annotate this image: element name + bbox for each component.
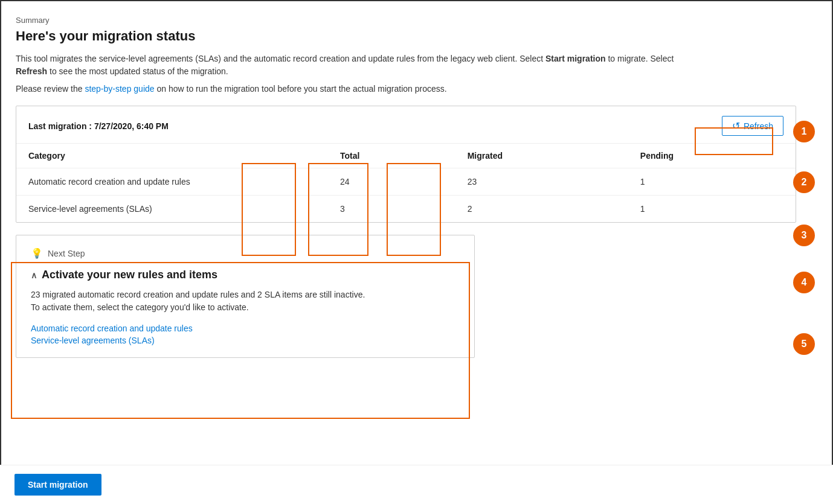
col-header-pending: Pending xyxy=(628,144,796,168)
refresh-button-label: Refresh xyxy=(744,121,773,131)
row1-total: 24 xyxy=(328,168,455,196)
step-by-step-guide-link[interactable]: step-by-step guide xyxy=(85,84,154,94)
lightbulb-icon: 💡 xyxy=(31,247,43,259)
next-step-label: Next Step xyxy=(48,249,85,258)
annotation-circle-4: 4 xyxy=(793,272,815,293)
annotation-circle-1: 1 xyxy=(793,121,815,142)
auto-record-link[interactable]: Automatic record creation and update rul… xyxy=(31,324,460,333)
start-migration-button[interactable]: Start migration xyxy=(14,474,101,496)
next-step-links: Automatic record creation and update rul… xyxy=(31,324,460,345)
next-step-section-title: Activate your new rules and items xyxy=(42,269,217,281)
col-header-category: Category xyxy=(16,144,328,168)
status-card-header: Last migration : 7/27/2020, 6:40 PM ↺ Re… xyxy=(16,106,796,144)
annotation-circle-2: 2 xyxy=(793,171,815,193)
description-text: This tool migrates the service-level agr… xyxy=(16,53,680,78)
bottom-bar: Start migration xyxy=(1,465,833,504)
row2-pending: 1 xyxy=(628,196,796,223)
row2-category: Service-level agreements (SLAs) xyxy=(16,196,328,223)
next-step-title: ∧ Activate your new rules and items xyxy=(31,269,460,281)
row2-total: 3 xyxy=(328,196,455,223)
annotation-circle-3: 3 xyxy=(793,225,815,246)
col-header-total: Total xyxy=(328,144,455,168)
last-migration-label: Last migration : 7/27/2020, 6:40 PM xyxy=(28,121,169,131)
sla-link[interactable]: Service-level agreements (SLAs) xyxy=(31,336,460,345)
row2-migrated: 2 xyxy=(455,196,628,223)
next-step-header: 💡 Next Step xyxy=(31,247,460,259)
row1-migrated: 23 xyxy=(455,168,628,196)
table-row: Automatic record creation and update rul… xyxy=(16,168,796,196)
col-header-migrated: Migrated xyxy=(455,144,628,168)
refresh-button[interactable]: ↺ Refresh xyxy=(722,116,783,136)
page-title: Here's your migration status xyxy=(16,28,796,44)
next-step-description: 23 migrated automatic record creation an… xyxy=(31,289,460,314)
next-step-card: 💡 Next Step ∧ Activate your new rules an… xyxy=(16,235,475,358)
table-row: Service-level agreements (SLAs) 3 2 1 xyxy=(16,196,796,223)
row1-category: Automatic record creation and update rul… xyxy=(16,168,328,196)
annotation-circle-5: 5 xyxy=(793,333,815,355)
status-card: Last migration : 7/27/2020, 6:40 PM ↺ Re… xyxy=(16,106,796,223)
refresh-icon: ↺ xyxy=(732,120,740,132)
guide-text: Please review the step-by-step guide on … xyxy=(16,84,796,94)
migration-table: Category Total Migrated Pending Automati… xyxy=(16,144,796,222)
row1-pending: 1 xyxy=(628,168,796,196)
chevron-up-icon: ∧ xyxy=(31,270,37,280)
summary-label: Summary xyxy=(16,16,796,25)
